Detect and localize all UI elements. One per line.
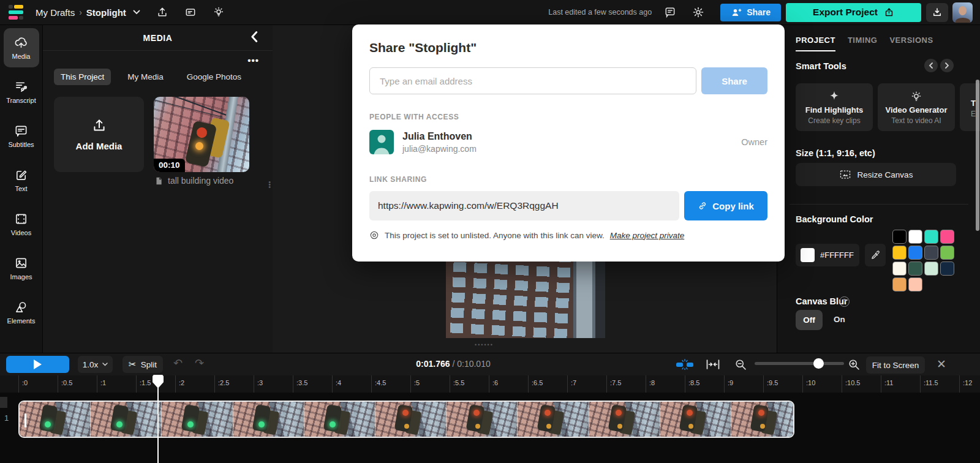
clip-frame-thumbnail — [162, 402, 233, 437]
panel-resize-handle[interactable]: ••• — [268, 181, 271, 188]
download-button[interactable] — [926, 3, 948, 22]
user-avatar[interactable] — [952, 2, 973, 23]
color-swatch[interactable] — [925, 262, 938, 275]
color-swatch[interactable] — [909, 278, 922, 291]
modal-share-button[interactable]: Share — [701, 67, 767, 94]
color-swatch[interactable] — [893, 246, 906, 259]
videos-icon — [14, 212, 28, 226]
close-icon[interactable]: ✕ — [937, 357, 946, 371]
media-panel-title: MEDIA — [43, 33, 273, 43]
help-icon[interactable] — [839, 296, 850, 307]
media-tab-my-media[interactable]: My Media — [121, 69, 170, 85]
scrollbar[interactable] — [976, 80, 979, 231]
playback-speed-dropdown[interactable]: 1.0x — [78, 356, 113, 373]
notes-icon[interactable] — [184, 6, 197, 18]
more-options-icon[interactable]: ••• — [247, 55, 259, 66]
sidebar-item-transcript[interactable]: Transcript — [4, 72, 39, 111]
ruler-label: :12 — [963, 379, 972, 386]
breadcrumb-separator: › — [79, 7, 82, 17]
split-button[interactable]: ✂ Split — [123, 356, 163, 373]
color-swatch[interactable] — [925, 246, 938, 259]
background-hex-field[interactable]: #FFFFFF — [796, 244, 859, 266]
canvas-blur-off-button[interactable]: Off — [796, 310, 823, 330]
smart-tool-label: Video Generator — [886, 105, 948, 115]
canvas-blur-on-button[interactable]: On — [834, 315, 845, 324]
collapse-panel-icon[interactable] — [249, 31, 259, 43]
video-canvas-preview[interactable] — [446, 257, 605, 338]
video-caption-label[interactable]: tall building video — [168, 176, 233, 186]
clip-frame-thumbnail — [731, 402, 794, 437]
ruler-label: :4 — [336, 379, 341, 386]
breadcrumb-folder[interactable]: My Drafts — [36, 7, 75, 18]
track-control[interactable] — [0, 397, 7, 408]
elements-icon — [14, 300, 28, 314]
video-caption: tall building video — [154, 176, 258, 186]
color-swatch[interactable] — [909, 262, 922, 275]
color-swatch[interactable] — [909, 246, 922, 259]
gear-icon[interactable] — [692, 6, 704, 18]
copy-link-button[interactable]: Copy link — [684, 191, 767, 220]
share-button-label: Share — [747, 7, 771, 17]
sidebar-item-images[interactable]: Images — [4, 249, 39, 288]
play-button[interactable] — [6, 356, 69, 373]
color-swatch[interactable] — [941, 230, 954, 243]
breadcrumb-project[interactable]: Stoplight — [86, 7, 126, 18]
fit-to-screen-button[interactable]: Fit to Screen — [866, 356, 925, 374]
ruler-tick — [567, 375, 568, 393]
timeline-ruler[interactable]: :0:0.5:1:1.5:2:2.5:3:3.5:4:4.5:5:5.5:6:6… — [0, 375, 980, 393]
undo-icon[interactable]: ↶ — [173, 356, 183, 370]
sidebar-item-text[interactable]: Text — [4, 160, 39, 200]
smart-tool-find-highlights[interactable]: Find HighlightsCreate key clips — [796, 83, 873, 131]
color-swatch[interactable] — [893, 278, 906, 291]
sidebar-item-media[interactable]: Media — [4, 28, 39, 67]
color-swatch[interactable] — [909, 230, 922, 243]
panel-tab-project[interactable]: PROJECT — [796, 36, 835, 51]
video-thumbnail[interactable]: 00:10 — [154, 97, 249, 172]
slider-knob[interactable] — [813, 358, 824, 369]
sidebar-item-videos[interactable]: Videos — [4, 205, 39, 244]
video-clip[interactable] — [18, 401, 794, 438]
media-tab-this-project[interactable]: This Project — [54, 69, 111, 85]
chevron-down-icon — [102, 363, 108, 366]
sidebar-item-elements[interactable]: Elements — [4, 293, 39, 332]
timeline-resize-handle[interactable]: •••••• — [475, 342, 494, 348]
color-swatch-grid — [893, 230, 960, 291]
clip-frame-thumbnail — [518, 402, 589, 437]
ruler-label: :2 — [179, 379, 184, 386]
color-swatch[interactable] — [893, 262, 906, 275]
kapwing-logo[interactable] — [9, 5, 24, 20]
smart-tool-video-generator[interactable]: Video GeneratorText to video AI — [878, 83, 955, 131]
comment-icon[interactable] — [664, 6, 676, 18]
zoom-in-icon[interactable] — [848, 358, 861, 371]
eyedropper-button[interactable] — [865, 244, 886, 266]
make-project-private-link[interactable]: Make project private — [610, 231, 685, 240]
sidebar-item-subtitles[interactable]: Subtitles — [4, 116, 39, 156]
snap-toggle-icon[interactable] — [676, 359, 694, 370]
chevron-right-icon[interactable] — [940, 59, 954, 72]
timeline-zoom-slider[interactable] — [755, 362, 844, 365]
color-swatch[interactable] — [941, 246, 954, 259]
panel-tab-versions[interactable]: VERSIONS — [889, 36, 933, 51]
share-link-field[interactable]: https://www.kapwing.com/w/ERQ3RqggAH — [369, 191, 679, 220]
clip-trim-handle[interactable] — [24, 413, 26, 427]
add-media-button[interactable]: Add Media — [54, 97, 144, 172]
fit-timeline-icon[interactable] — [706, 358, 720, 371]
color-swatch[interactable] — [893, 230, 906, 243]
panel-tab-timing[interactable]: TIMING — [848, 36, 878, 51]
lightbulb-icon[interactable] — [213, 6, 225, 18]
resize-canvas-button[interactable]: Resize Canvas — [796, 163, 956, 186]
export-project-button[interactable]: Export Project — [786, 3, 921, 22]
chevron-left-icon[interactable] — [924, 59, 938, 72]
color-swatch[interactable] — [925, 230, 938, 243]
email-input[interactable] — [369, 67, 696, 94]
ruler-tick — [528, 375, 529, 393]
redo-icon[interactable]: ↷ — [195, 356, 204, 370]
ruler-tick — [371, 375, 372, 393]
upload-icon[interactable] — [156, 6, 168, 18]
media-tab-google-photos[interactable]: Google Photos — [180, 69, 248, 85]
chevron-down-icon[interactable] — [133, 10, 140, 15]
share-button[interactable]: Share — [720, 4, 781, 21]
right-panel-tabs: PROJECTTIMINGVERSIONS — [796, 36, 933, 51]
zoom-out-icon[interactable] — [734, 358, 747, 371]
color-swatch[interactable] — [941, 262, 954, 275]
